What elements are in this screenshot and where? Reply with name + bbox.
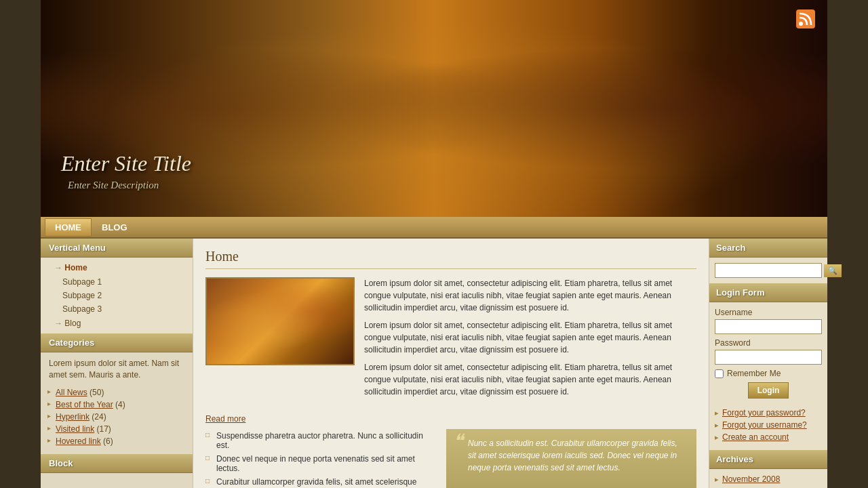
password-input[interactable] xyxy=(715,350,822,365)
paragraph-3: Lorem ipsum dolor sit amet, consectetur … xyxy=(364,361,696,398)
login-button[interactable]: Login xyxy=(748,382,789,399)
category-all-news[interactable]: All News (50) xyxy=(41,386,193,399)
content-image xyxy=(205,277,355,365)
site-title: Enter Site Title xyxy=(61,151,191,176)
search-button[interactable]: 🔍 xyxy=(824,264,842,277)
archive-link-0[interactable]: November 2008 xyxy=(722,474,780,484)
bullet-item-1: Donec vel neque in neque porta venenatis… xyxy=(205,452,437,475)
content-bottom: Suspendisse pharetra auctor pharetra. Nu… xyxy=(205,429,696,488)
rss-icon[interactable] xyxy=(796,9,815,28)
create-account-anchor[interactable]: Create an account xyxy=(722,432,789,442)
header: Enter Site Title Enter Site Description xyxy=(41,0,827,217)
search-title: Search xyxy=(709,239,827,258)
content-image-inner xyxy=(207,279,353,364)
nav-item-home[interactable]: HOME xyxy=(45,218,92,237)
archives-title: Archives xyxy=(709,450,827,469)
forgot-username-anchor[interactable]: Forgot your username? xyxy=(722,420,807,430)
bullet-item-0: Suspendisse pharetra auctor pharetra. Nu… xyxy=(205,429,437,452)
paragraph-1: Lorem ipsum dolor sit amet, consectetur … xyxy=(364,277,696,314)
category-best-of-year[interactable]: Best of the Year (4) xyxy=(41,399,193,411)
remember-me-label: Remember Me xyxy=(727,369,781,378)
remember-me-checkbox[interactable] xyxy=(715,369,724,378)
category-visited-link[interactable]: Visited link (17) xyxy=(41,423,193,435)
nav-item-blog[interactable]: BLOG xyxy=(92,218,138,237)
category-hovered-link[interactable]: Hovered link (6) xyxy=(41,435,193,447)
paragraph-2: Lorem ipsum dolor sit amet, consectetur … xyxy=(364,319,696,356)
forgot-username-link: Forgot your username? xyxy=(715,420,822,430)
category-hyperlink[interactable]: Hyperlink (24) xyxy=(41,411,193,423)
search-input[interactable] xyxy=(715,264,824,277)
archives-area: November 2008 xyxy=(709,469,827,488)
categories-title: Categories xyxy=(41,333,193,352)
archive-item-0: November 2008 xyxy=(715,473,822,485)
search-area: 🔍 xyxy=(709,258,827,283)
category-all-news-link[interactable]: All News xyxy=(56,388,87,397)
page-title: Home xyxy=(205,249,696,269)
sidebar-left: Vertical Menu Home Subpage 1 Subpage 2 S… xyxy=(41,239,193,488)
login-area: Username Password Remember Me Login xyxy=(709,302,827,408)
main-layout: Vertical Menu Home Subpage 1 Subpage 2 S… xyxy=(41,239,827,488)
forgot-links: Forgot your password? Forgot your userna… xyxy=(709,408,827,450)
block-title: Block xyxy=(41,454,193,473)
svg-point-1 xyxy=(799,22,803,26)
password-label: Password xyxy=(715,338,822,348)
content-text: Lorem ipsum dolor sit amet, consectetur … xyxy=(364,277,696,403)
bullet-item-2: Curabitur ullamcorper gravida felis, sit… xyxy=(205,475,437,488)
category-hovered-count: (6) xyxy=(103,436,113,446)
sidebar-item-subpage3[interactable]: Subpage 3 xyxy=(41,302,193,316)
create-account-link: Create an account xyxy=(715,432,822,442)
forgot-password-anchor[interactable]: Forgot your password? xyxy=(722,408,806,418)
read-more-link[interactable]: Read more xyxy=(205,414,245,424)
remember-row: Remember Me xyxy=(715,369,822,378)
category-visited-count: (17) xyxy=(96,424,111,434)
content-block: Lorem ipsum dolor sit amet, consectetur … xyxy=(205,277,696,403)
categories-text: Lorem ipsum dolor sit amet. Nam sit amet… xyxy=(41,352,193,386)
username-label: Username xyxy=(715,308,822,317)
quote-mark: ❝ xyxy=(453,432,463,451)
sidebar-item-blog[interactable]: Blog xyxy=(41,316,193,331)
sidebar-right: Search 🔍 Login Form Username Password Re… xyxy=(709,239,827,488)
sidebar-item-subpage2[interactable]: Subpage 2 xyxy=(41,289,193,302)
quote-text: Nunc a sollicitudin est. Curabitur ullam… xyxy=(456,437,687,474)
site-description: Enter Site Description xyxy=(68,180,159,191)
category-hyperlink-link[interactable]: Hyperlink xyxy=(56,412,90,422)
category-hovered-link-link[interactable]: Hovered link xyxy=(56,436,101,446)
sidebar-item-subpage1[interactable]: Subpage 1 xyxy=(41,275,193,289)
username-input[interactable] xyxy=(715,319,822,334)
login-form-title: Login Form xyxy=(709,283,827,302)
category-best-link[interactable]: Best of the Year xyxy=(56,400,113,409)
main-content: Home Lorem ipsum dolor sit amet, consect… xyxy=(193,239,709,488)
category-best-count: (4) xyxy=(115,400,125,409)
category-all-news-count: (50) xyxy=(90,388,104,397)
sidebar-menu: Home Subpage 1 Subpage 2 Subpage 3 Blog xyxy=(41,258,193,333)
search-input-wrap: 🔍 xyxy=(715,263,822,278)
vertical-menu-title: Vertical Menu xyxy=(41,239,193,258)
quote-block: ❝ Nunc a sollicitudin est. Curabitur ull… xyxy=(446,429,696,488)
category-hyperlink-count: (24) xyxy=(92,412,106,422)
forgot-password-link: Forgot your password? xyxy=(715,408,822,418)
category-visited-link-link[interactable]: Visited link xyxy=(56,424,94,434)
navigation: HOME BLOG xyxy=(41,217,827,239)
sidebar-item-home[interactable]: Home xyxy=(41,260,193,275)
bullet-list: Suspendisse pharetra auctor pharetra. Nu… xyxy=(205,429,437,488)
